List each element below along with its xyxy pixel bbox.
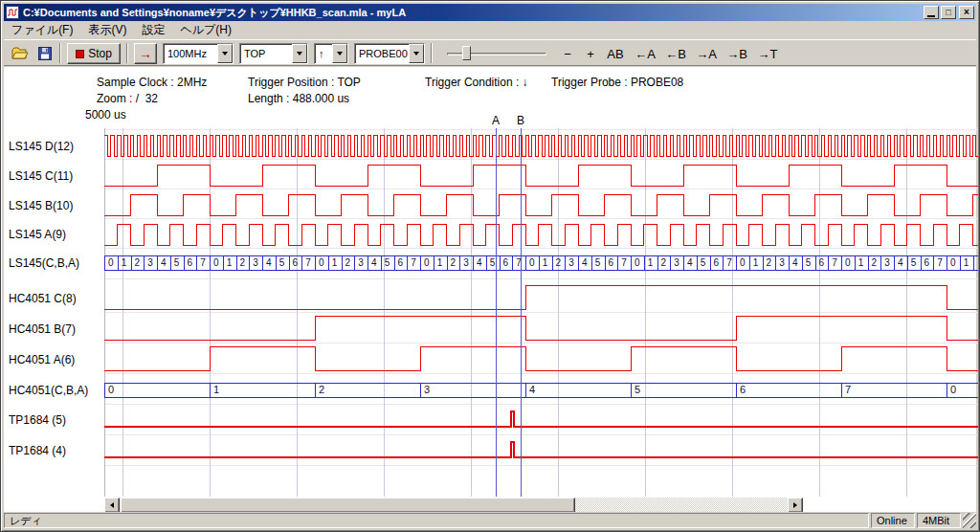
run-arrow-icon: → xyxy=(139,46,152,61)
stop-icon xyxy=(76,50,84,58)
statusbar: レディ Online 4MBit xyxy=(4,512,976,528)
channel-label-4: LS145(C,B,A) xyxy=(9,256,79,270)
chevron-down-icon xyxy=(413,52,419,55)
trigger-edge-value: ↑ xyxy=(315,44,332,63)
stop-button[interactable]: Stop xyxy=(67,43,121,64)
toolbar: Stop → 100MHz TOP ↑ PROBE00 − + AB xyxy=(4,39,976,66)
trigger-probe-text: Trigger Probe : PROBE08 xyxy=(551,76,683,89)
menu-settings[interactable]: 設定 xyxy=(134,20,172,40)
close-icon: × xyxy=(964,8,969,17)
save-file-button[interactable] xyxy=(34,43,56,64)
zoom-slider-thumb[interactable] xyxy=(462,46,471,60)
status-memory: 4MBit xyxy=(917,513,961,528)
probe-select[interactable]: PROBE00 xyxy=(354,43,425,64)
scrollbar-thumb[interactable] xyxy=(121,498,575,513)
toolbar-separator xyxy=(59,43,61,63)
channel-label-10: TP1684 (4) xyxy=(9,444,66,457)
jump-left-a-button[interactable]: ←A xyxy=(632,43,658,64)
menu-view[interactable]: 表示(V) xyxy=(80,20,134,40)
jump-left-b-button[interactable]: ←B xyxy=(662,43,689,64)
scroll-right-icon xyxy=(793,502,797,508)
status-online: Online xyxy=(871,513,915,528)
scroll-left-icon xyxy=(110,502,114,508)
window-title: C:¥Documents and Settings¥noname¥デスクトップ¥… xyxy=(23,6,922,20)
zoom-out-button[interactable]: − xyxy=(557,43,578,64)
jump-right-a-button[interactable]: →A xyxy=(693,43,720,64)
scroll-left-button[interactable] xyxy=(104,498,120,513)
chevron-down-icon xyxy=(297,52,302,55)
maximize-button[interactable]: □ xyxy=(941,6,956,19)
open-folder-icon xyxy=(11,46,29,61)
trigger-position-text: Trigger Position : TOP xyxy=(248,76,361,89)
channel-label-1: LS145 C(11) xyxy=(9,169,73,183)
scroll-right-button[interactable] xyxy=(788,498,803,513)
resize-grip-icon[interactable] xyxy=(963,513,976,528)
status-ready: レディ xyxy=(4,513,869,528)
trigger-position-select[interactable]: TOP xyxy=(239,43,308,64)
dropdown-button[interactable] xyxy=(217,44,233,63)
minimize-button[interactable] xyxy=(924,6,939,19)
channel-label-8: HC4051(C,B,A) xyxy=(9,384,88,397)
menubar: ファイル(F) 表示(V) 設定 ヘルプ(H) xyxy=(4,21,976,39)
marker-ab-button[interactable]: AB xyxy=(603,43,628,64)
channel-label-0: LS145 D(12) xyxy=(9,140,74,153)
dropdown-button[interactable] xyxy=(332,44,347,63)
close-button[interactable]: × xyxy=(959,6,974,19)
zoom-in-button[interactable]: + xyxy=(580,43,601,64)
stop-button-label: Stop xyxy=(88,47,112,60)
zoom-slider[interactable] xyxy=(439,43,554,64)
channel-label-7: HC4051 A(6) xyxy=(9,353,75,366)
maximize-icon: □ xyxy=(946,8,950,17)
trigger-edge-select[interactable]: ↑ xyxy=(314,43,348,64)
trigger-position-value: TOP xyxy=(240,44,292,63)
channel-label-6: HC4051 B(7) xyxy=(9,322,76,336)
jump-trigger-button[interactable]: →T xyxy=(754,43,781,64)
toolbar-separator xyxy=(126,43,128,63)
dropdown-button[interactable] xyxy=(409,44,424,63)
plot-client-area xyxy=(4,67,976,514)
minimize-icon xyxy=(927,15,935,17)
channel-label-3: LS145 A(9) xyxy=(9,228,66,241)
trigger-condition-text: Trigger Condition : ↓ xyxy=(425,76,528,89)
dropdown-button[interactable] xyxy=(292,44,307,63)
channel-label-column: LS145 D(12)LS145 C(11)LS145 B(10)LS145 A… xyxy=(1,1,102,532)
open-file-button[interactable] xyxy=(10,43,31,64)
channel-label-2: LS145 B(10) xyxy=(9,199,73,212)
menu-help[interactable]: ヘルプ(H) xyxy=(172,20,239,40)
app-icon xyxy=(6,6,19,19)
sample-rate-select[interactable]: 100MHz xyxy=(163,43,234,64)
toolbar-separator xyxy=(431,43,433,63)
zoom-text: Zoom : / 32 xyxy=(97,92,158,105)
probe-value: PROBE00 xyxy=(355,44,409,63)
chevron-down-icon xyxy=(337,52,343,55)
sample-clock-text: Sample Clock : 2MHz xyxy=(97,76,207,89)
chevron-down-icon xyxy=(222,52,228,55)
app-window: Sample Clock : 2MHz Trigger Position : T… xyxy=(0,0,980,532)
titlebar: C:¥Documents and Settings¥noname¥デスクトップ¥… xyxy=(4,4,976,21)
channel-label-5: HC4051 C(8) xyxy=(9,292,77,305)
save-floppy-icon xyxy=(37,46,53,61)
horizontal-scrollbar[interactable] xyxy=(104,498,803,513)
sample-rate-value: 100MHz xyxy=(164,44,217,63)
channel-label-9: TP1684 (5) xyxy=(9,413,66,427)
length-text: Length : 488.000 us xyxy=(248,92,349,105)
menu-file[interactable]: ファイル(F) xyxy=(4,20,80,40)
jump-right-b-button[interactable]: →B xyxy=(724,43,750,64)
run-button[interactable]: → xyxy=(134,43,157,64)
